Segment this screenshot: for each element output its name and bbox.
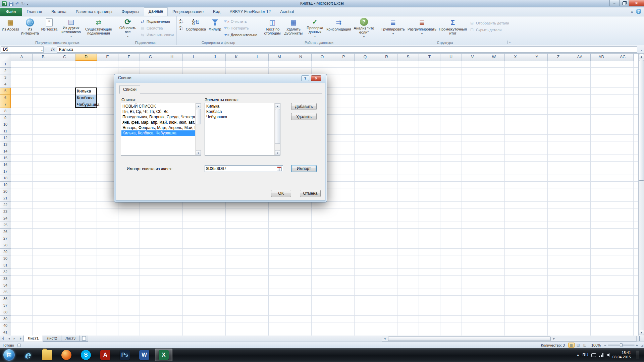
- row-header-14[interactable]: 14: [0, 148, 11, 155]
- list-entry-item[interactable]: Чебурашка: [205, 114, 274, 120]
- ribbon-tab-Файл[interactable]: Файл: [0, 8, 22, 16]
- row-header-30[interactable]: 30: [0, 255, 11, 262]
- select-all-corner[interactable]: [0, 54, 11, 61]
- custom-list-item[interactable]: Пн, Вт, Ср, Чт, Пт, Сб, Вс: [121, 109, 195, 114]
- scroll-thumb[interactable]: [275, 109, 280, 144]
- row-header-37[interactable]: 37: [0, 302, 11, 309]
- formula-bar-splitter[interactable]: [44, 46, 48, 53]
- zoom-out-button[interactable]: [604, 343, 606, 347]
- sheet-tab-Лист2[interactable]: Лист2: [43, 336, 61, 342]
- row-header-34[interactable]: 34: [0, 282, 11, 289]
- scroll-down-button[interactable]: [196, 150, 201, 155]
- page-break-view-button[interactable]: [582, 343, 588, 348]
- scroll-up-button[interactable]: [639, 54, 644, 59]
- ribbon-tab-Разметка страницы[interactable]: Разметка страницы: [71, 8, 117, 16]
- scroll-right-button[interactable]: [551, 337, 557, 340]
- minimize-button[interactable]: [609, 0, 619, 6]
- dialog-close-button[interactable]: [311, 75, 321, 81]
- row-header-18[interactable]: 18: [0, 175, 11, 182]
- zoom-level[interactable]: 100%: [591, 343, 601, 347]
- column-header-AB[interactable]: AB: [591, 54, 612, 61]
- column-header-C[interactable]: C: [54, 54, 75, 61]
- help-button[interactable]: [636, 9, 641, 14]
- column-header-Q[interactable]: Q: [355, 54, 376, 61]
- row-header-38[interactable]: 38: [0, 309, 11, 316]
- column-header-M[interactable]: M: [269, 54, 290, 61]
- taskbar-icon-excel[interactable]: X: [155, 349, 172, 361]
- language-indicator[interactable]: RU: [583, 353, 588, 357]
- row-header-20[interactable]: 20: [0, 188, 11, 195]
- from-web-button[interactable]: Из Интернета: [19, 17, 41, 39]
- row-header-1[interactable]: 1: [0, 61, 11, 68]
- from-text-button[interactable]: Из текста: [41, 17, 58, 39]
- zoom-track[interactable]: [608, 345, 635, 346]
- column-header-X[interactable]: X: [505, 54, 526, 61]
- horizontal-scroll-thumb[interactable]: [388, 337, 551, 341]
- last-sheet-button[interactable]: [17, 337, 22, 340]
- column-header-L[interactable]: L: [247, 54, 269, 61]
- previous-sheet-button[interactable]: [7, 337, 11, 340]
- sort-descending-button[interactable]: ЯА↓: [178, 25, 185, 31]
- existing-connections-button[interactable]: Существующие подключения: [84, 17, 113, 39]
- column-header-S[interactable]: S: [397, 54, 419, 61]
- column-header-K[interactable]: K: [226, 54, 247, 61]
- column-header-F[interactable]: F: [118, 54, 140, 61]
- row-header-12[interactable]: 12: [0, 135, 11, 141]
- row-header-11[interactable]: 11: [0, 128, 11, 135]
- clear-filter-button[interactable]: Очистить: [223, 18, 258, 24]
- sort-button[interactable]: АЯ⇅ Сортировка: [185, 17, 207, 39]
- import-range-field[interactable]: $D$5:$D$7: [205, 165, 283, 172]
- column-header-U[interactable]: U: [440, 54, 462, 61]
- column-header-D[interactable]: D: [75, 54, 97, 61]
- delete-button[interactable]: Удалить: [291, 113, 317, 120]
- minimize-ribbon-button[interactable]: [631, 8, 633, 14]
- list-entries-listbox[interactable]: КилькаКолбасаЧебурашка: [205, 103, 280, 156]
- ribbon-tab-Вид[interactable]: Вид: [208, 8, 225, 16]
- row-header-28[interactable]: 28: [0, 242, 11, 249]
- ok-button[interactable]: OK: [271, 190, 291, 197]
- row-header-41[interactable]: 41: [0, 329, 11, 336]
- column-header-A[interactable]: A: [11, 54, 33, 61]
- column-header-R[interactable]: R: [376, 54, 397, 61]
- row-header-5[interactable]: 5: [0, 88, 11, 95]
- import-button[interactable]: Импорт: [291, 165, 317, 172]
- taskbar-icon-word[interactable]: W: [136, 349, 153, 361]
- macro-record-button[interactable]: [17, 344, 21, 347]
- taskbar-icon-internet-explorer[interactable]: e: [19, 349, 36, 361]
- name-box-caret-icon[interactable]: [41, 48, 43, 53]
- next-sheet-button[interactable]: [12, 337, 17, 340]
- custom-list-item[interactable]: Понедельник, Вторник, Среда, Четверг, П: [121, 114, 195, 120]
- row-header-4[interactable]: 4: [0, 81, 11, 88]
- row-header-8[interactable]: 8: [0, 108, 11, 115]
- column-header-Y[interactable]: Y: [526, 54, 548, 61]
- taskbar-icon-firefox[interactable]: [58, 349, 75, 361]
- show-desktop-button[interactable]: [636, 351, 639, 359]
- row-header-3[interactable]: 3: [0, 74, 11, 81]
- group-button[interactable]: Группировать: [380, 17, 407, 39]
- vertical-scroll-thumb[interactable]: [639, 60, 644, 181]
- volume-icon[interactable]: [606, 353, 609, 357]
- row-header-21[interactable]: 21: [0, 195, 11, 202]
- row-header-2[interactable]: 2: [0, 68, 11, 74]
- list-entry-item[interactable]: Колбаса: [205, 109, 274, 114]
- row-header-26[interactable]: 26: [0, 229, 11, 235]
- row-header-10[interactable]: 10: [0, 121, 11, 128]
- column-header-T[interactable]: T: [419, 54, 440, 61]
- column-header-AA[interactable]: AA: [569, 54, 591, 61]
- fill-handle[interactable]: [96, 107, 98, 109]
- scroll-up-button[interactable]: [196, 103, 201, 108]
- tab-scrollbar-splitter[interactable]: [639, 336, 642, 341]
- close-button[interactable]: [629, 0, 644, 6]
- taskbar-icon-photoshop[interactable]: Ps: [116, 349, 133, 361]
- row-header-6[interactable]: 6: [0, 95, 11, 101]
- keyboard-layout-icon[interactable]: [591, 353, 596, 357]
- expand-formula-bar-button[interactable]: [640, 48, 643, 51]
- insert-function-button[interactable]: fx: [48, 47, 57, 52]
- edit-links-button[interactable]: Изменить связи: [139, 32, 175, 38]
- advanced-filter-button[interactable]: Дополнительно: [223, 32, 258, 38]
- ungroup-button[interactable]: Разгруппировать: [407, 17, 437, 39]
- column-header-V[interactable]: V: [462, 54, 483, 61]
- sort-ascending-button[interactable]: АЯ↓: [178, 18, 185, 24]
- dialog-help-button[interactable]: [301, 75, 309, 81]
- row-header-9[interactable]: 9: [0, 115, 11, 121]
